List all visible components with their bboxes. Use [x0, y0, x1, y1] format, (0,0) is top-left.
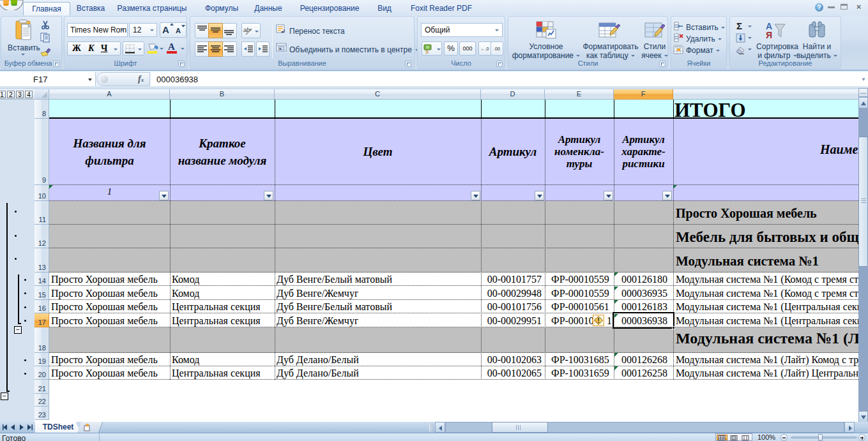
svg-text:S: S: [425, 49, 429, 54]
svg-text:Я: Я: [766, 30, 772, 40]
